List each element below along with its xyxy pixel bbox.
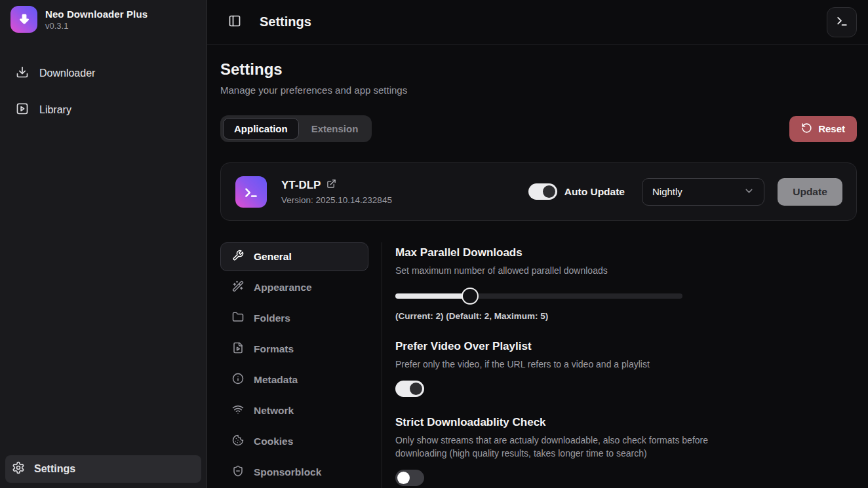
panel-left-icon bbox=[228, 14, 241, 29]
ytdlp-title: YT-DLP bbox=[281, 179, 321, 192]
setting-title: Max Parallel Downloads bbox=[395, 246, 857, 259]
wrench-icon bbox=[232, 250, 244, 264]
app-window: Neo Downloader Plus v0.3.1 Downloader Li… bbox=[0, 0, 868, 488]
settings-nav-label: Appearance bbox=[254, 282, 312, 293]
settings-nav-label: Formats bbox=[254, 343, 294, 355]
setting-title: Prefer Video Over Playlist bbox=[395, 340, 857, 353]
terminal-icon bbox=[836, 15, 848, 29]
setting-prefer-video-over-playlist: Prefer Video Over Playlist Prefer only t… bbox=[395, 340, 857, 397]
settings-nav-cookies[interactable]: Cookies bbox=[220, 427, 368, 456]
tab-extension[interactable]: Extension bbox=[300, 118, 370, 140]
file-video-icon bbox=[232, 342, 244, 356]
sidebar-item-settings[interactable]: Settings bbox=[5, 455, 201, 483]
setting-description: Set maximum number of allowed parallel d… bbox=[395, 264, 735, 277]
setting-strict-downloadability-check: Strict Downloadablity Check Only show st… bbox=[395, 416, 857, 486]
settings-nav-folders[interactable]: Folders bbox=[220, 304, 368, 333]
reset-button[interactable]: Reset bbox=[789, 116, 857, 142]
setting-description: Prefer only the video, if the URL refers… bbox=[395, 358, 735, 371]
sidebar-item-downloader[interactable]: Downloader bbox=[10, 61, 196, 86]
settings-nav-metadata[interactable]: Metadata bbox=[220, 366, 368, 394]
settings-nav-formats[interactable]: Formats bbox=[220, 335, 368, 364]
settings-nav-label: Cookies bbox=[254, 436, 293, 447]
external-link-icon[interactable] bbox=[326, 179, 336, 192]
settings-nav-general[interactable]: General bbox=[220, 242, 368, 271]
page-title: Settings bbox=[220, 60, 857, 79]
sidebar-toggle-button[interactable] bbox=[226, 12, 244, 32]
ytdlp-card: YT-DLP Version: 2025.10.14.232845 Auto U… bbox=[220, 162, 857, 221]
sidebar-item-library[interactable]: Library bbox=[10, 98, 196, 122]
ytdlp-version: Version: 2025.10.14.232845 bbox=[281, 195, 392, 205]
settings-nav-sponsorblock[interactable]: Sponsorblock bbox=[220, 458, 368, 487]
setting-title: Strict Downloadablity Check bbox=[395, 416, 857, 429]
folder-icon bbox=[232, 311, 244, 326]
ytdlp-terminal-icon bbox=[235, 176, 267, 208]
settings-nav-label: Folders bbox=[254, 312, 290, 324]
library-play-icon bbox=[16, 102, 29, 118]
settings-nav-network[interactable]: Network bbox=[220, 396, 368, 425]
download-icon bbox=[16, 66, 29, 81]
settings-nav-appearance[interactable]: Appearance bbox=[220, 273, 368, 302]
slider-meta: (Current: 2) (Default: 2, Maximum: 5) bbox=[395, 311, 857, 321]
strict-check-toggle[interactable] bbox=[395, 470, 424, 486]
terminal-button[interactable] bbox=[827, 7, 857, 37]
setting-description: Only show streams that are actualy downl… bbox=[395, 434, 735, 460]
setting-max-parallel-downloads: Max Parallel Downloads Set maximum numbe… bbox=[395, 246, 857, 321]
gear-icon bbox=[12, 461, 25, 477]
page-subtitle: Manage your preferences and app settings bbox=[220, 84, 857, 96]
update-button[interactable]: Update bbox=[778, 178, 842, 206]
main-area: Settings Settings Manage your preference… bbox=[207, 0, 868, 488]
settings-nav-label: Network bbox=[254, 405, 294, 417]
app-logo-icon bbox=[10, 6, 37, 33]
sidebar-nav: Downloader Library bbox=[0, 39, 207, 122]
update-channel-select[interactable]: Nightly bbox=[642, 178, 764, 206]
prefer-video-toggle[interactable] bbox=[395, 381, 424, 397]
slider-knob[interactable] bbox=[462, 288, 479, 305]
cookie-icon bbox=[232, 434, 244, 449]
sidebar-item-label: Library bbox=[39, 104, 71, 116]
topbar: Settings bbox=[207, 0, 868, 45]
settings-nav-label: Sponsorblock bbox=[254, 466, 321, 478]
shield-minus-icon bbox=[232, 465, 244, 479]
settings-nav-label: General bbox=[254, 251, 292, 263]
max-parallel-slider[interactable] bbox=[395, 288, 682, 305]
tab-application[interactable]: Application bbox=[223, 118, 299, 140]
auto-update-toggle[interactable] bbox=[528, 183, 557, 200]
topbar-title: Settings bbox=[260, 14, 311, 29]
info-icon bbox=[232, 373, 244, 387]
wifi-icon bbox=[232, 404, 244, 418]
wand-sparkles-icon bbox=[232, 280, 244, 295]
update-channel-value: Nightly bbox=[652, 186, 682, 197]
chevron-down-icon bbox=[743, 185, 755, 198]
settings-panel: Max Parallel Downloads Set maximum numbe… bbox=[382, 242, 857, 488]
settings-category-nav: General Appearance Folders Formats bbox=[220, 242, 368, 487]
settings-nav-label: Metadata bbox=[254, 374, 298, 386]
slider-fill bbox=[395, 293, 470, 299]
settings-scope-tabs: Application Extension bbox=[220, 115, 372, 142]
app-name: Neo Downloader Plus bbox=[45, 9, 148, 20]
sidebar: Neo Downloader Plus v0.3.1 Downloader Li… bbox=[0, 0, 207, 488]
app-brand: Neo Downloader Plus v0.3.1 bbox=[0, 0, 207, 39]
auto-update-label: Auto Update bbox=[564, 186, 625, 198]
app-version: v0.3.1 bbox=[45, 21, 148, 31]
rotate-ccw-icon bbox=[801, 122, 812, 136]
settings-page: Settings Manage your preferences and app… bbox=[207, 45, 868, 488]
sidebar-item-label: Downloader bbox=[39, 67, 95, 79]
reset-button-label: Reset bbox=[818, 123, 845, 134]
sidebar-item-label: Settings bbox=[34, 463, 75, 475]
